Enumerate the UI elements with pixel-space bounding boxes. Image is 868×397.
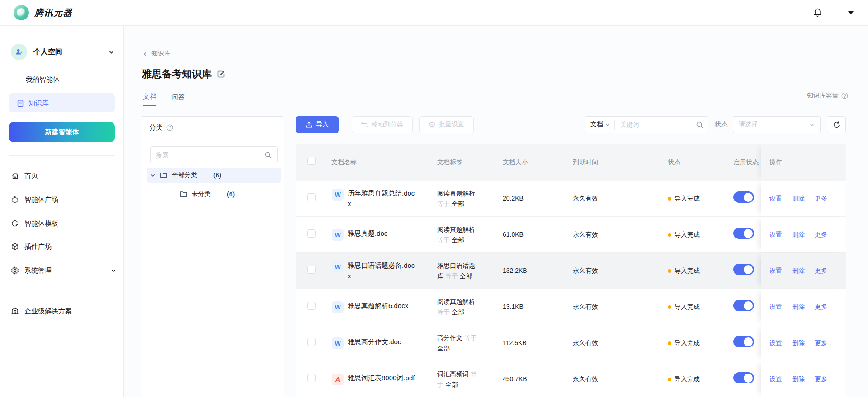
expiry-time: 永久有效 (571, 266, 666, 276)
sidebar-item-label: 知识库 (28, 99, 49, 107)
sidebar-item-agent-plaza[interactable]: 智能体广场 (11, 191, 116, 209)
chevron-down-icon[interactable] (150, 173, 156, 178)
settings-link[interactable]: 设置 (769, 302, 782, 312)
sidebar-item-my-agents[interactable]: 我的智能体 (26, 75, 60, 84)
settings-link[interactable]: 设置 (769, 230, 782, 239)
column-header-enabled: 启用状态 (733, 159, 759, 166)
keyword-input[interactable] (615, 121, 696, 128)
row-checkbox[interactable] (307, 374, 316, 382)
more-link[interactable]: 更多 (815, 374, 827, 384)
breadcrumb[interactable]: 知识库 (143, 50, 170, 58)
settings-link[interactable]: 设置 (769, 338, 782, 348)
document-size: 132.2KB (501, 266, 571, 276)
settings-link[interactable]: 设置 (769, 374, 782, 384)
row-checkbox[interactable] (307, 193, 316, 201)
delete-link[interactable]: 删除 (792, 230, 805, 239)
delete-link[interactable]: 删除 (792, 194, 805, 203)
sidebar-item-label: 智能体广场 (24, 196, 58, 204)
enable-toggle[interactable] (733, 228, 754, 239)
more-link[interactable]: 更多 (815, 338, 827, 348)
sidebar-item-home[interactable]: 首页 (11, 167, 116, 185)
enable-toggle[interactable] (733, 191, 754, 203)
toolbar-separator (345, 121, 345, 129)
status-select[interactable]: 请选择 (733, 116, 821, 133)
document-size: 20.2KB (501, 194, 571, 203)
sidebar-item-plugin-plaza[interactable]: 插件广场 (11, 238, 116, 256)
brand-name: 腾讯元器 (34, 7, 72, 19)
status-text: 导入完成 (675, 338, 700, 348)
document-name: 历年雅思真题总结.docx (348, 188, 415, 209)
import-label: 导入 (316, 121, 329, 129)
more-link[interactable]: 更多 (815, 266, 827, 276)
expiry-time: 永久有效 (571, 302, 666, 312)
delete-link[interactable]: 删除 (792, 302, 805, 312)
sidebar-item-system-management[interactable]: 系统管理 (11, 262, 116, 280)
settings-link[interactable]: 设置 (769, 266, 782, 276)
account-menu-caret[interactable] (848, 11, 854, 14)
sidebar-divider (9, 155, 114, 156)
row-checkbox[interactable] (307, 266, 316, 274)
folder-icon (180, 191, 187, 197)
sidebar-item-knowledge-base[interactable]: 知识库 (9, 93, 115, 112)
workspace-name: 个人空间 (33, 47, 102, 57)
tree-item-count: (6) (227, 191, 235, 198)
tree-item-label: 未分类 (192, 190, 211, 198)
tree-item-uncategorized[interactable]: 未分类 (6) (147, 187, 281, 202)
edit-title-icon[interactable] (217, 70, 225, 78)
folder-icon (160, 172, 167, 178)
enable-toggle[interactable] (733, 336, 754, 347)
file-type-icon: W (332, 301, 344, 313)
tree-item-all-categories[interactable]: 全部分类 (6) (147, 168, 281, 183)
brand[interactable]: 腾讯元器 (14, 5, 72, 20)
breadcrumb-label: 知识库 (151, 50, 170, 58)
more-link[interactable]: 更多 (815, 302, 827, 312)
search-type-value: 文档 (590, 121, 603, 129)
status-select-placeholder: 请选择 (739, 121, 758, 129)
move-to-category-button[interactable]: 移动到分类 (352, 116, 413, 133)
delete-link[interactable]: 删除 (792, 374, 805, 384)
sidebar-item-label: 企业级解决方案 (24, 307, 72, 316)
new-agent-button[interactable]: 新建智能体 (9, 122, 115, 142)
notification-bell-icon[interactable] (812, 7, 823, 18)
delete-link[interactable]: 删除 (792, 266, 805, 276)
template-icon (11, 220, 19, 228)
search-type-dropdown[interactable]: 文档 (585, 120, 615, 130)
sidebar-item-enterprise[interactable]: 企业级解决方案 (11, 302, 72, 320)
status-dot-icon (668, 378, 671, 381)
cube-icon (11, 243, 19, 251)
search-icon[interactable] (264, 151, 272, 159)
batch-settings-button[interactable]: 批量设置 (419, 116, 474, 133)
column-header-status: 状态 (666, 158, 732, 167)
delete-link[interactable]: 删除 (792, 338, 805, 348)
expiry-time: 永久有效 (571, 338, 666, 348)
import-button[interactable]: 导入 (296, 116, 339, 133)
status-text: 导入完成 (675, 266, 700, 276)
search-icon[interactable] (696, 121, 703, 129)
category-title: 分类 (149, 123, 163, 132)
help-circle-icon[interactable] (166, 124, 173, 131)
sidebar-item-agent-template[interactable]: 智能体模板 (11, 215, 116, 233)
enable-toggle[interactable] (733, 264, 754, 275)
row-checkbox[interactable] (307, 338, 316, 346)
document-size: 61.0KB (501, 230, 571, 239)
status-dot-icon (668, 341, 671, 345)
file-type-icon: W (332, 189, 344, 201)
kb-capacity[interactable]: 知识库容量 (807, 92, 848, 100)
select-all-checkbox[interactable] (307, 157, 316, 165)
settings-link[interactable]: 设置 (769, 194, 782, 203)
workspace-switcher[interactable]: 个人空间 (11, 44, 114, 60)
tab-documents[interactable]: 文档 (143, 93, 156, 106)
more-link[interactable]: 更多 (815, 194, 827, 203)
enable-toggle[interactable] (733, 372, 754, 383)
tree-item-count: (6) (213, 172, 221, 179)
content-tabs: 文档 问答 (143, 93, 185, 106)
gear-icon (11, 266, 19, 275)
tab-qa[interactable]: 问答 (171, 93, 185, 106)
table-row: W 历年雅思真题总结.docx 阅读真题解析 等于 全部 20.2KB 永久有效… (296, 181, 846, 217)
row-checkbox[interactable] (307, 229, 316, 238)
more-link[interactable]: 更多 (815, 230, 827, 239)
refresh-button[interactable] (827, 116, 846, 133)
row-checkbox[interactable] (307, 302, 316, 310)
category-search-input[interactable] (156, 151, 264, 159)
enable-toggle[interactable] (733, 300, 754, 311)
